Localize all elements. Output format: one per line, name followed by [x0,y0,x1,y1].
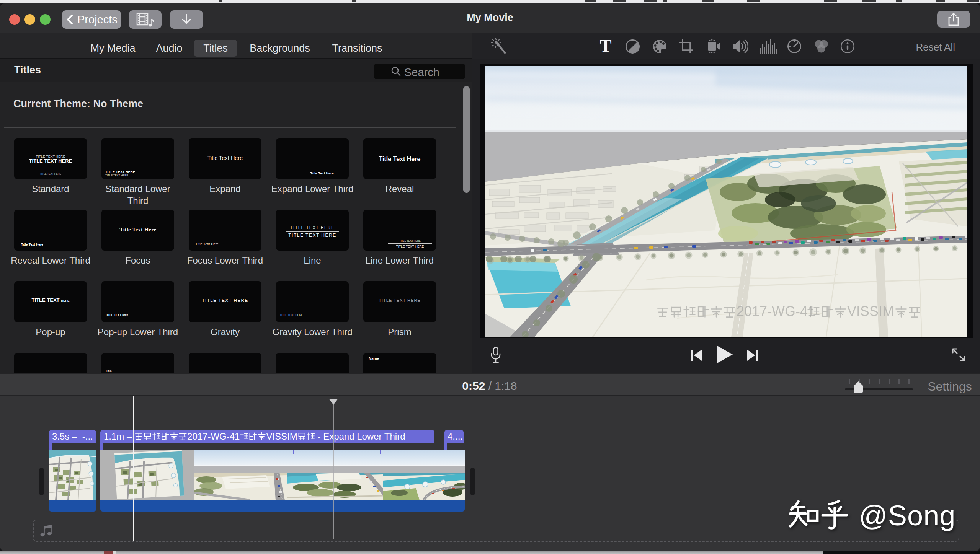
svg-text:VISSIM: VISSIM [847,303,894,319]
svg-text:2017-WG-41: 2017-WG-41 [737,303,815,319]
